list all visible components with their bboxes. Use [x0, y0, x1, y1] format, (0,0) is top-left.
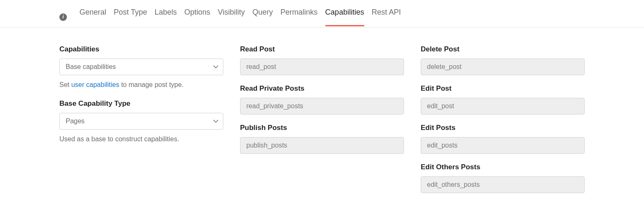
tab-capabilities[interactable]: Capabilities	[325, 8, 364, 26]
base-capability-type-label: Base Capability Type	[59, 99, 223, 108]
base-capability-type-help: Used as a base to construct capabilities…	[59, 135, 223, 144]
column-edit-delete: Delete Post Edit Post Edit Posts Edit Ot…	[421, 45, 585, 202]
read-private-posts-input[interactable]	[240, 98, 404, 115]
capabilities-help: Set user capabilities to manage post typ…	[59, 80, 223, 89]
edit-others-posts-label: Edit Others Posts	[421, 163, 585, 171]
publish-posts-input[interactable]	[240, 137, 404, 154]
tab-post-type[interactable]: Post Type	[114, 8, 147, 26]
edit-posts-label: Edit Posts	[421, 124, 585, 132]
info-icon[interactable]: i	[59, 13, 67, 21]
capabilities-label: Capabilities	[59, 45, 223, 53]
publish-posts-label: Publish Posts	[240, 124, 404, 132]
user-capabilities-link[interactable]: user capabilities	[71, 81, 119, 88]
read-private-posts-label: Read Private Posts	[240, 84, 404, 93]
base-capability-type-select[interactable]	[59, 113, 223, 130]
tab-labels[interactable]: Labels	[155, 8, 177, 26]
tab-general[interactable]: General	[79, 8, 106, 26]
delete-post-label: Delete Post	[421, 45, 585, 53]
edit-others-posts-input[interactable]	[421, 176, 585, 193]
tab-query[interactable]: Query	[253, 8, 273, 26]
edit-post-input[interactable]	[421, 98, 585, 115]
edit-post-label: Edit Post	[421, 84, 585, 93]
read-post-input[interactable]	[240, 59, 404, 75]
tab-options[interactable]: Options	[184, 8, 210, 26]
column-settings: Capabilities Set user capabilities to ma…	[59, 45, 223, 202]
tab-permalinks[interactable]: Permalinks	[281, 8, 318, 26]
column-read-publish: Read Post Read Private Posts Publish Pos…	[240, 45, 404, 202]
tab-rest-api[interactable]: Rest API	[372, 8, 401, 26]
edit-posts-input[interactable]	[421, 137, 585, 154]
tab-visibility[interactable]: Visibility	[218, 8, 245, 26]
capabilities-select[interactable]	[59, 59, 223, 75]
read-post-label: Read Post	[240, 45, 404, 53]
delete-post-input[interactable]	[421, 59, 585, 75]
